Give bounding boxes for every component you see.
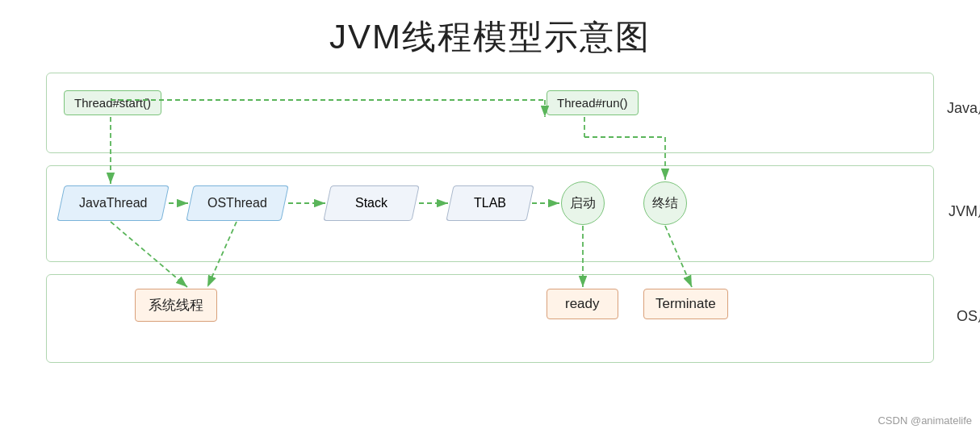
- tlab-box: TLAB: [446, 185, 534, 221]
- watermark: CSDN @animatelife: [877, 414, 972, 427]
- os-thread-box: OSThread: [186, 185, 288, 221]
- sys-thread-box: 系统线程: [135, 289, 217, 322]
- thread-run-box: Thread#run(): [547, 90, 639, 115]
- terminate-box: Terminate: [643, 289, 728, 319]
- stack-box: Stack: [323, 185, 419, 221]
- java-thread-box: JavaThread: [57, 185, 169, 221]
- start-circle: 启动: [561, 181, 605, 225]
- thread-start-box: Thread#start(): [64, 90, 161, 115]
- diagram-area: Java层面 JVM层面 OS层面 Thread#start() Thread#…: [46, 73, 934, 387]
- layer-java-label: Java层面: [947, 98, 980, 118]
- ready-box: ready: [547, 289, 618, 319]
- layer-java-band: [46, 73, 934, 153]
- layer-os-label: OS层面: [957, 306, 980, 326]
- end-circle: 终结: [643, 181, 687, 225]
- layer-jvm-label: JVM层面: [949, 202, 980, 221]
- page-title: JVM线程模型示意图: [0, 0, 980, 73]
